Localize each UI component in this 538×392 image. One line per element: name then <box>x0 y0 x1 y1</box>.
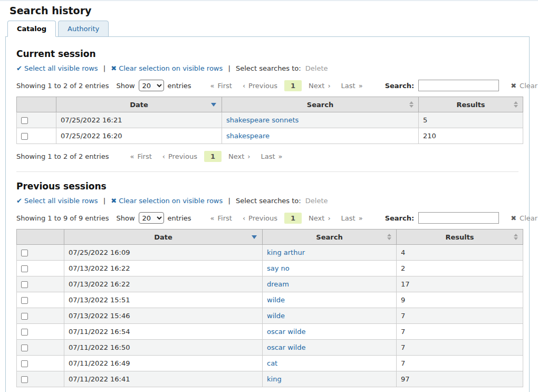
delete-button-disabled[interactable]: Delete <box>305 64 328 72</box>
row-checkbox[interactable] <box>21 250 28 256</box>
date-column-header[interactable]: Date <box>56 97 222 112</box>
pagination-previous-button[interactable]: ‹Previous <box>237 80 283 91</box>
sort-icon <box>514 101 518 108</box>
results-count: 210 <box>419 128 523 144</box>
delete-button-disabled[interactable]: Delete <box>305 197 328 205</box>
row-select-cell <box>17 292 64 308</box>
row-select-cell <box>17 245 64 261</box>
pagination-bottom: «First ‹Previous 1 Next› Last» <box>124 151 287 162</box>
table-row: 07/13/2022 15:51wilde9 <box>17 292 523 308</box>
cross-icon: ✖ <box>111 197 117 205</box>
row-checkbox[interactable] <box>21 360 28 367</box>
separator: | <box>103 64 105 72</box>
previous-sessions-section: Previous sessions ✔Select all visible ro… <box>16 181 518 392</box>
pagination-first-button[interactable]: «First <box>205 80 237 91</box>
tab-bar: Catalog Authority <box>7 21 538 36</box>
pagination-next-button[interactable]: Next› <box>223 151 256 162</box>
table-search-input[interactable] <box>418 212 499 224</box>
select-all-rows-link[interactable]: ✔Select all visible rows <box>16 64 98 72</box>
page-size-select[interactable]: 20 <box>139 212 164 224</box>
search-term-link[interactable]: shakespeare sonnets <box>226 116 299 124</box>
row-select-cell <box>17 340 64 356</box>
pagination-current-page[interactable]: 1 <box>284 80 302 91</box>
pagination-current-page[interactable]: 1 <box>284 213 302 224</box>
pagination-last-button[interactable]: Last» <box>336 213 368 224</box>
results-column-header[interactable]: Results <box>397 230 523 245</box>
pagination-last-button[interactable]: Last» <box>336 80 368 91</box>
pagination-first-button[interactable]: «First <box>124 151 157 162</box>
pagination-top: «First ‹Previous 1 Next› Last» <box>205 80 368 91</box>
search-term-cell: oscar wilde <box>263 324 397 340</box>
results-count: 97 <box>397 371 523 387</box>
separator: | <box>103 197 105 205</box>
entries-label: entries <box>168 82 191 90</box>
clear-filter-button[interactable]: ✖Clear filter <box>511 214 538 222</box>
clear-selection-link[interactable]: ✖Clear selection on visible rows <box>111 64 223 72</box>
search-term-cell: wilde <box>263 308 397 324</box>
search-term-link[interactable]: king <box>267 375 282 383</box>
search-term-link[interactable]: king arthur <box>267 248 305 256</box>
sort-icon <box>387 234 391 240</box>
search-term-cell: king <box>263 371 397 387</box>
clear-selection-link[interactable]: ✖Clear selection on visible rows <box>111 197 223 205</box>
search-date: 07/25/2022 16:20 <box>56 128 222 144</box>
search-term-link[interactable]: shakespeare <box>226 132 270 140</box>
pagination-current-page[interactable]: 1 <box>204 151 222 162</box>
pagination-first-button[interactable]: «First <box>205 213 237 224</box>
show-label: Show <box>116 214 134 222</box>
tab-catalog[interactable]: Catalog <box>7 21 56 37</box>
pagination-previous-button[interactable]: ‹Previous <box>157 151 203 162</box>
row-checkbox[interactable] <box>21 117 28 124</box>
page-title: Search history <box>9 5 538 16</box>
pagination-next-button[interactable]: Next› <box>303 80 336 91</box>
separator: | <box>228 197 230 205</box>
next-page-icon: › <box>328 82 330 90</box>
current-session-heading: Current session <box>16 49 518 59</box>
row-select-cell <box>17 276 64 292</box>
select-searches-to-label: Select searches to: <box>236 64 301 72</box>
previous-page-icon: ‹ <box>162 152 165 160</box>
row-checkbox[interactable] <box>21 265 28 272</box>
search-term-cell: shakespeare sonnets <box>222 112 419 128</box>
search-column-header[interactable]: Search <box>263 230 397 245</box>
row-checkbox[interactable] <box>21 133 28 140</box>
search-term-link[interactable]: oscar wilde <box>267 328 305 336</box>
select-searches-to-label: Select searches to: <box>236 197 301 205</box>
row-checkbox[interactable] <box>21 313 28 320</box>
search-term-link[interactable]: wilde <box>267 296 285 304</box>
date-column-header[interactable]: Date <box>64 230 263 245</box>
search-term-link[interactable]: oscar wilde <box>267 343 305 351</box>
search-date: 07/25/2022 16:21 <box>56 112 222 128</box>
row-checkbox[interactable] <box>21 281 28 288</box>
next-page-icon: › <box>328 214 330 222</box>
row-checkbox[interactable] <box>21 376 28 383</box>
pagination-previous-button[interactable]: ‹Previous <box>237 213 283 224</box>
results-count: 17 <box>397 276 523 292</box>
previous-page-icon: ‹ <box>243 82 245 90</box>
table-row: 07/13/2022 16:22say no2 <box>17 261 523 276</box>
search-term-link[interactable]: cat <box>267 359 277 367</box>
clear-filter-button[interactable]: ✖Clear filter <box>511 82 538 90</box>
tab-authority[interactable]: Authority <box>58 21 109 37</box>
results-column-header[interactable]: Results <box>419 97 523 112</box>
search-term-cell: king arthur <box>263 245 397 261</box>
table-header-row: Date Search Results <box>17 97 523 112</box>
current-selection-actions: ✔Select all visible rows | ✖Clear select… <box>16 64 518 72</box>
page-size-select[interactable]: 20 <box>139 80 164 91</box>
table-search-input[interactable] <box>418 80 499 91</box>
search-column-header[interactable]: Search <box>222 97 419 112</box>
search-term-link[interactable]: dream <box>267 280 289 288</box>
current-session-section: Current session ✔Select all visible rows… <box>16 49 518 162</box>
row-checkbox[interactable] <box>21 345 28 351</box>
row-checkbox[interactable] <box>21 329 28 336</box>
search-date: 07/11/2022 16:41 <box>64 371 263 387</box>
search-term-link[interactable]: say no <box>267 264 290 272</box>
select-all-rows-link[interactable]: ✔Select all visible rows <box>16 197 98 205</box>
search-date: 07/25/2022 16:09 <box>64 245 263 261</box>
pagination-last-button[interactable]: Last» <box>255 151 287 162</box>
search-term-cell: say no <box>263 261 397 276</box>
search-term-cell: cat <box>263 356 397 371</box>
search-term-link[interactable]: wilde <box>267 312 285 320</box>
row-checkbox[interactable] <box>21 297 28 304</box>
pagination-next-button[interactable]: Next› <box>303 213 336 224</box>
